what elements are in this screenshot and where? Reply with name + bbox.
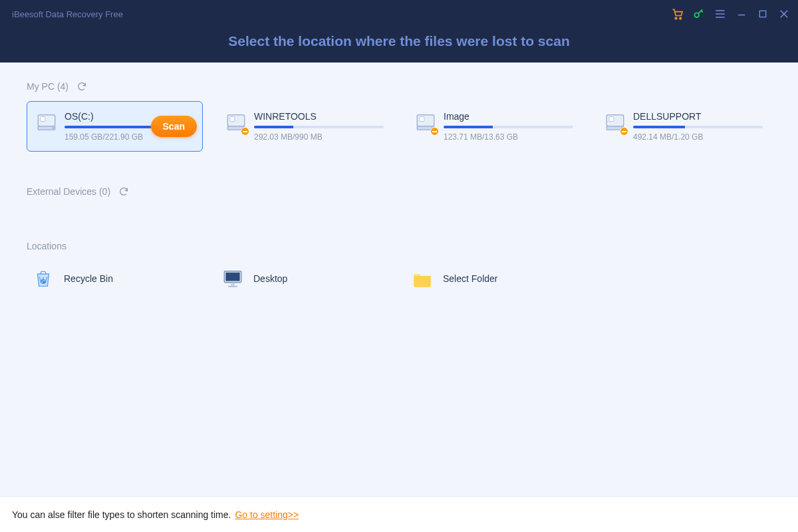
location-name: Desktop	[253, 273, 287, 284]
warn-badge-icon	[241, 127, 249, 136]
svg-rect-10	[230, 117, 235, 122]
location-name: Select Folder	[443, 273, 497, 284]
location-item-desktop[interactable]: Desktop	[216, 261, 392, 297]
drive-icon	[414, 111, 437, 134]
svg-rect-6	[41, 117, 45, 122]
page-headline: Select the location where the files were…	[0, 33, 798, 49]
svg-rect-14	[420, 117, 424, 122]
drive-name: DELLSUPPORT	[633, 111, 763, 122]
key-icon[interactable]	[692, 7, 706, 21]
desktop-icon	[221, 267, 244, 290]
menu-icon[interactable]	[713, 7, 728, 21]
location-item-recycle[interactable]: Recycle Bin	[27, 261, 203, 297]
section-mypc-label: My PC (4)	[27, 81, 68, 92]
drive-icon	[604, 111, 626, 134]
drive-usage-bar	[633, 126, 763, 128]
cart-icon[interactable]	[670, 7, 685, 21]
drive-usage-bar	[254, 126, 384, 128]
svg-rect-22	[225, 273, 239, 281]
location-item-folder[interactable]: Select Folder	[406, 261, 582, 297]
warn-badge-icon	[430, 127, 439, 136]
drive-item[interactable]: OS(C:) 159.05 GB/221.90 GB Scan	[27, 101, 203, 152]
scan-button[interactable]: Scan	[151, 116, 197, 137]
drive-size: 292.03 MB/990 MB	[254, 132, 384, 142]
drive-item[interactable]: Image 123.71 MB/13.63 GB	[406, 101, 582, 152]
footer-bar: You can alse filter file types to shorte…	[0, 496, 798, 532]
location-name: Recycle Bin	[64, 273, 113, 284]
drive-item[interactable]: DELLSUPPORT 492.14 MB/1.20 GB	[595, 101, 771, 152]
drive-icon	[35, 111, 58, 134]
titlebar: iBeesoft Data Recovery Free Sel	[0, 0, 798, 63]
drive-name: Image	[444, 111, 573, 122]
svg-rect-3	[759, 11, 765, 17]
section-locations-label: Locations	[27, 241, 66, 251]
main-area: My PC (4) OS(C:) 159.05 GB/221.90 GB Sca…	[0, 63, 798, 297]
folder-icon	[411, 267, 434, 290]
drive-icon	[225, 111, 247, 134]
svg-rect-18	[609, 117, 614, 122]
svg-point-7	[53, 127, 54, 128]
footer-settings-link[interactable]: Go to setting>>	[235, 509, 299, 520]
warn-badge-icon	[620, 127, 628, 136]
svg-point-20	[41, 279, 45, 284]
window-controls	[670, 7, 791, 21]
section-mypc-header: My PC (4)	[27, 81, 771, 92]
drive-name: WINRETOOLS	[254, 111, 384, 122]
svg-point-2	[694, 13, 699, 17]
refresh-icon[interactable]	[118, 186, 129, 197]
drive-usage-bar	[444, 126, 573, 128]
drive-item[interactable]: WINRETOOLS 292.03 MB/990 MB	[216, 101, 392, 152]
section-locations-header: Locations	[27, 241, 771, 251]
maximize-button[interactable]	[755, 7, 770, 21]
drive-size: 123.71 MB/13.63 GB	[444, 132, 573, 142]
svg-point-0	[675, 17, 677, 19]
section-external-label: External Devices (0)	[27, 186, 110, 197]
drive-size: 492.14 MB/1.20 GB	[633, 132, 763, 142]
minimize-button[interactable]	[734, 7, 749, 21]
footer-text: You can alse filter file types to shorte…	[12, 509, 231, 520]
app-title: iBeesoft Data Recovery Free	[12, 9, 123, 19]
svg-point-1	[680, 17, 681, 19]
svg-rect-23	[231, 283, 235, 286]
refresh-icon[interactable]	[76, 81, 87, 92]
svg-rect-24	[228, 286, 237, 287]
close-button[interactable]	[777, 7, 791, 21]
section-external-header: External Devices (0)	[27, 186, 771, 197]
recycle-icon	[32, 267, 55, 290]
